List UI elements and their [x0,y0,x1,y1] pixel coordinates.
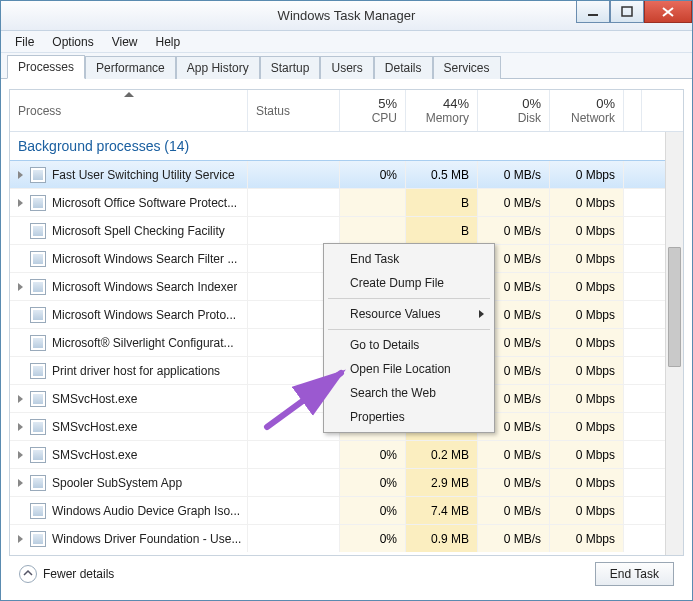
context-menu-item[interactable]: End Task [326,247,492,271]
process-cell: Fast User Switching Utility Service [10,161,248,188]
maximize-button[interactable] [610,1,644,23]
process-name: Print driver host for applications [52,364,220,378]
context-menu-item[interactable]: Create Dump File [326,271,492,295]
app-icon [30,447,46,463]
process-cell: Microsoft Windows Search Filter ... [10,245,248,272]
table-row[interactable]: SMSvcHost.exe0%0.2 MB0 MB/s0 Mbps [10,440,683,468]
app-icon [30,251,46,267]
context-menu-item[interactable]: Go to Details [326,333,492,357]
cpu-cell: 0% [340,525,406,552]
expand-icon[interactable] [14,395,28,403]
expand-icon[interactable] [14,535,28,543]
process-name: Windows Driver Foundation - Use... [52,532,241,546]
close-button[interactable] [644,1,692,23]
process-name: SMSvcHost.exe [52,448,137,462]
tabstrip: Processes Performance App History Startu… [1,53,692,79]
disk-cell: 0 MB/s [478,525,550,552]
network-cell: 0 Mbps [550,413,624,440]
app-icon [30,307,46,323]
expand-icon[interactable] [14,171,28,179]
cpu-cell [340,217,406,244]
context-menu-item[interactable]: Search the Web [326,381,492,405]
cpu-cell: 0% [340,441,406,468]
memory-cell: 0.5 MB [406,161,478,188]
process-cell: Microsoft® Silverlight Configurat... [10,329,248,356]
window-buttons [576,1,692,23]
app-icon [30,475,46,491]
cpu-cell [340,189,406,216]
column-header-row: Process Status 5%CPU 44%Memory 0%Disk 0%… [10,90,683,132]
menu-view[interactable]: View [104,33,146,51]
col-process[interactable]: Process [10,90,248,131]
process-cell: SMSvcHost.exe [10,385,248,412]
process-cell: SMSvcHost.exe [10,413,248,440]
table-row[interactable]: Microsoft Office Software Protect...B0 M… [10,188,683,216]
network-cell: 0 Mbps [550,525,624,552]
col-status[interactable]: Status [248,90,340,131]
expand-icon[interactable] [14,423,28,431]
footer: Fewer details End Task [9,556,684,592]
table-row[interactable]: Windows Driver Foundation - Use...0%0.9 … [10,524,683,552]
process-name: Windows Audio Device Graph Iso... [52,504,240,518]
table-row[interactable]: Fast User Switching Utility Service0%0.5… [10,160,683,188]
col-disk[interactable]: 0%Disk [478,90,550,131]
status-cell [248,441,340,468]
network-cell: 0 Mbps [550,441,624,468]
network-cell: 0 Mbps [550,189,624,216]
tab-users[interactable]: Users [320,56,373,79]
context-menu-item[interactable]: Open File Location [326,357,492,381]
process-cell: Microsoft Spell Checking Facility [10,217,248,244]
process-name: Spooler SubSystem App [52,476,182,490]
process-cell: Windows Driver Foundation - Use... [10,525,248,552]
app-icon [30,419,46,435]
scrollbar-thumb[interactable] [668,247,681,367]
fewer-details-label: Fewer details [43,567,114,581]
disk-cell: 0 MB/s [478,497,550,524]
menu-options[interactable]: Options [44,33,101,51]
app-icon [30,363,46,379]
tab-app-history[interactable]: App History [176,56,260,79]
expand-icon[interactable] [14,283,28,291]
table-row[interactable]: Windows Audio Device Graph Iso...0%7.4 M… [10,496,683,524]
app-icon [30,167,46,183]
tab-startup[interactable]: Startup [260,56,321,79]
col-memory[interactable]: 44%Memory [406,90,478,131]
end-task-button[interactable]: End Task [595,562,674,586]
minimize-button[interactable] [576,1,610,23]
menu-help[interactable]: Help [148,33,189,51]
expand-icon[interactable] [14,199,28,207]
menu-file[interactable]: File [7,33,42,51]
network-cell: 0 Mbps [550,161,624,188]
group-header[interactable]: Background processes (14) [10,132,683,160]
network-cell: 0 Mbps [550,497,624,524]
app-icon [30,195,46,211]
app-icon [30,503,46,519]
memory-cell: 0.9 MB [406,525,478,552]
disk-cell: 0 MB/s [478,469,550,496]
network-cell: 0 Mbps [550,385,624,412]
tab-performance[interactable]: Performance [85,56,176,79]
expand-icon[interactable] [14,451,28,459]
network-cell: 0 Mbps [550,217,624,244]
tab-services[interactable]: Services [433,56,501,79]
context-menu-item[interactable]: Resource Values [326,302,492,326]
disk-cell: 0 MB/s [478,161,550,188]
cpu-cell: 0% [340,497,406,524]
tab-details[interactable]: Details [374,56,433,79]
context-menu-item[interactable]: Properties [326,405,492,429]
vertical-scrollbar[interactable] [665,132,683,555]
table-row[interactable]: Microsoft Spell Checking FacilityB0 MB/s… [10,216,683,244]
process-name: SMSvcHost.exe [52,392,137,406]
tab-processes[interactable]: Processes [7,55,85,79]
network-cell: 0 Mbps [550,357,624,384]
status-cell [248,161,340,188]
col-cpu[interactable]: 5%CPU [340,90,406,131]
memory-cell: 0.2 MB [406,441,478,468]
expand-icon[interactable] [14,479,28,487]
fewer-details-toggle[interactable]: Fewer details [19,565,114,583]
process-name: Microsoft® Silverlight Configurat... [52,336,234,350]
col-network[interactable]: 0%Network [550,90,624,131]
app-icon [30,391,46,407]
titlebar[interactable]: Windows Task Manager [1,1,692,31]
table-row[interactable]: Spooler SubSystem App0%2.9 MB0 MB/s0 Mbp… [10,468,683,496]
